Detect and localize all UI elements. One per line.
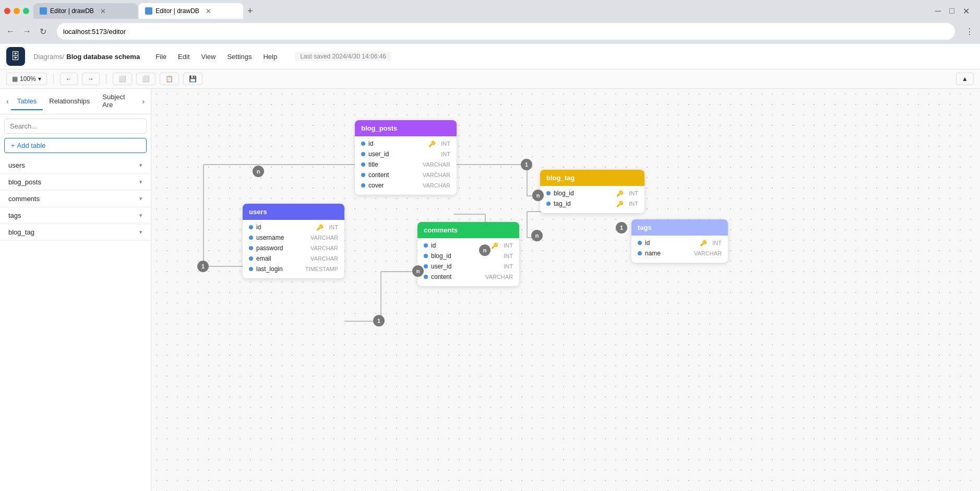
table-view-btn[interactable]: ▦ 100% ▾ xyxy=(6,73,47,85)
tab-favicon-2 xyxy=(145,7,152,15)
nav-help[interactable]: Help xyxy=(258,51,282,63)
table-users-body: id 🔑 INT username VARCHAR password VARCH… xyxy=(243,220,344,278)
sidebar-next-btn[interactable]: › xyxy=(140,95,147,108)
sidebar-search-container xyxy=(0,114,151,138)
app-logo: 🗄 xyxy=(6,47,25,66)
tab-close-2[interactable]: ✕ xyxy=(206,7,211,15)
sidebar-item-users[interactable]: users ▾ xyxy=(0,157,151,174)
add-area-btn[interactable]: ⬜ xyxy=(136,73,156,85)
add-table-sidebar-btn[interactable]: + Add table xyxy=(4,138,147,153)
add-table-canvas-btn[interactable]: ⬜ xyxy=(113,73,132,85)
tab-title-2: Editor | drawDB xyxy=(156,7,199,15)
table-comments-header: comments xyxy=(417,222,519,238)
sidebar-item-comments[interactable]: comments ▾ xyxy=(0,191,151,207)
add-note-btn[interactable]: 📋 xyxy=(160,73,179,85)
sidebar-item-blog-tag[interactable]: blog_tag ▾ xyxy=(0,224,151,241)
rel-node-n2: n xyxy=(532,190,544,201)
relationships-svg xyxy=(151,89,980,491)
nav-view[interactable]: View xyxy=(196,51,221,63)
refresh-btn[interactable]: ↻ xyxy=(38,26,49,38)
nav-settings[interactable]: Settings xyxy=(222,51,257,63)
zoom-arrow: ▾ xyxy=(38,75,41,83)
table-blog-posts-header: blog_posts xyxy=(355,120,457,136)
search-input[interactable] xyxy=(4,119,147,134)
rel-node-n4: n xyxy=(412,265,424,277)
address-bar: localhost:5173/editor xyxy=(57,23,955,40)
sidebar-prev-btn[interactable]: ‹ xyxy=(4,95,11,108)
field-row: title VARCHAR xyxy=(355,159,457,170)
field-row: user_id INT xyxy=(417,261,519,272)
field-row: id 🔑 INT xyxy=(355,138,457,149)
maximize-btn[interactable]: □ xyxy=(947,5,957,17)
table-tags[interactable]: tags id 🔑 INT name VARCHAR xyxy=(631,219,728,263)
sidebar-tab-relationships[interactable]: Relationships xyxy=(43,93,96,110)
tab-favicon-1 xyxy=(40,7,47,15)
canvas[interactable]: 1 n 1 n n 1 n n 1 blog_posts id 🔑 INT xyxy=(151,89,980,491)
sidebar-item-blog-posts[interactable]: blog_posts ▾ xyxy=(0,174,151,191)
rel-node-n5: n xyxy=(479,244,491,256)
rel-node-n: n xyxy=(253,166,264,177)
rel-node-1d: 1 xyxy=(616,222,627,233)
sidebar-item-tags[interactable]: tags ▾ xyxy=(0,207,151,224)
field-row: last_login TIMESTAMP xyxy=(243,264,344,274)
field-row: content VARCHAR xyxy=(417,272,519,282)
add-icon: + xyxy=(11,142,15,149)
field-row: content VARCHAR xyxy=(355,170,457,180)
browser-menu-btn[interactable]: ⋮ xyxy=(963,26,976,38)
add-table-icon: ⬜ xyxy=(118,75,126,83)
sidebar-tab-tables[interactable]: Tables xyxy=(11,93,43,110)
address-url: localhost:5173/editor xyxy=(63,28,126,36)
chevron-down-icon: ▾ xyxy=(139,212,142,219)
field-row: id 🔑 INT xyxy=(417,240,519,251)
table-comments[interactable]: comments id 🔑 INT blog_id INT xyxy=(417,222,519,286)
browser-tab-2[interactable]: Editor | drawDB ✕ xyxy=(139,3,243,19)
forward-btn[interactable]: → xyxy=(21,26,33,37)
new-tab-button[interactable]: + xyxy=(245,6,255,17)
table-blog-posts[interactable]: blog_posts id 🔑 INT user_id INT xyxy=(355,120,457,195)
nav-file[interactable]: File xyxy=(150,51,172,63)
field-row: email VARCHAR xyxy=(243,253,344,264)
chevron-down-icon: ▾ xyxy=(139,179,142,185)
rel-node-1c: 1 xyxy=(373,315,385,326)
app-title: Blog database schema xyxy=(66,53,140,61)
sidebar-tabs: ‹ Tables Relationships Subject Are › xyxy=(0,89,151,114)
table-blog-tag-body: blog_id 🔑 INT tag_id 🔑 INT xyxy=(540,186,644,213)
add-area-icon: ⬜ xyxy=(142,75,150,83)
nav-edit[interactable]: Edit xyxy=(173,51,195,63)
minimize-btn[interactable]: ─ xyxy=(933,5,943,17)
table-tags-body: id 🔑 INT name VARCHAR xyxy=(631,236,728,263)
table-comments-body: id 🔑 INT blog_id INT user_id INT xyxy=(417,238,519,286)
app-nav: File Edit View Settings Help xyxy=(150,51,282,63)
tab-close-1[interactable]: ✕ xyxy=(100,7,106,15)
add-note-icon: 📋 xyxy=(165,75,173,83)
field-row: cover VARCHAR xyxy=(355,180,457,191)
chevron-down-icon: ▾ xyxy=(139,195,142,202)
table-blog-posts-body: id 🔑 INT user_id INT title VARCHAR xyxy=(355,136,457,195)
sidebar-item-list: users ▾ blog_posts ▾ comments ▾ tags ▾ b… xyxy=(0,157,151,491)
table-icon: ▦ xyxy=(12,75,18,83)
chevron-down-icon: ▾ xyxy=(139,229,142,236)
undo-btn[interactable]: ← xyxy=(60,73,78,85)
table-blog-tag[interactable]: blog_tag blog_id 🔑 INT tag_id 🔑 INT xyxy=(540,170,644,213)
toolbar-separator-1 xyxy=(53,74,54,84)
back-btn[interactable]: ← xyxy=(4,26,17,37)
field-row: name VARCHAR xyxy=(631,248,728,259)
field-row: blog_id INT xyxy=(417,251,519,261)
redo-btn[interactable]: → xyxy=(82,73,100,85)
collapse-panel-btn[interactable]: ▲ xyxy=(956,73,974,85)
zoom-label: 100% xyxy=(20,75,36,83)
breadcrumb-prefix: Diagrams/ xyxy=(33,53,64,61)
field-row: password VARCHAR xyxy=(243,243,344,253)
browser-tab-1[interactable]: Editor | drawDB ✕ xyxy=(33,3,138,19)
sidebar-tab-subject[interactable]: Subject Are xyxy=(96,89,140,114)
close-btn[interactable]: ✕ xyxy=(961,5,972,17)
save-status: Last saved 2024/4/30 14:06:46 xyxy=(295,52,391,61)
save-btn[interactable]: 💾 xyxy=(183,73,202,85)
rel-node-n3: n xyxy=(531,230,543,241)
save-icon: 💾 xyxy=(189,75,197,83)
field-row: tag_id 🔑 INT xyxy=(540,198,644,209)
table-users[interactable]: users id 🔑 INT username VARCHAR xyxy=(243,204,344,278)
table-users-header: users xyxy=(243,204,344,220)
add-table-label: Add table xyxy=(17,142,46,149)
rel-node-1: 1 xyxy=(197,261,209,272)
